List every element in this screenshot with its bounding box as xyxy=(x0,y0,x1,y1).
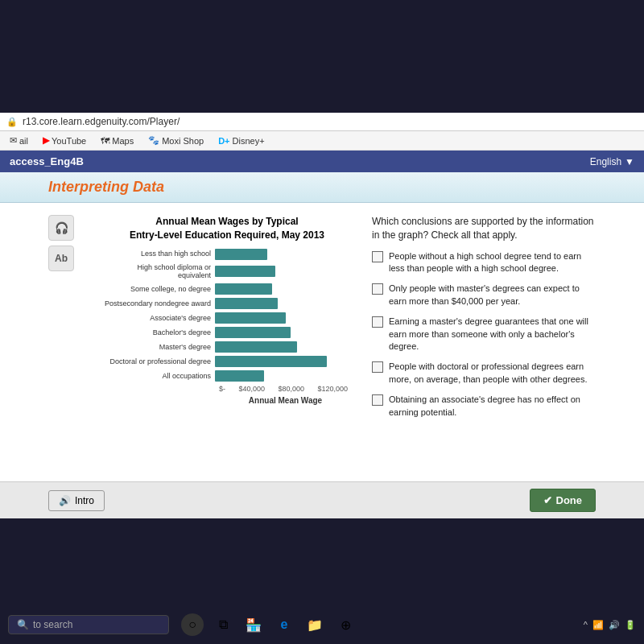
bar-fill-1 xyxy=(215,266,275,277)
checkmark-icon: ✔ xyxy=(543,494,552,506)
bar-fill-3 xyxy=(215,298,278,309)
checkbox-b[interactable] xyxy=(372,283,383,295)
circle-icon: ○ xyxy=(188,617,196,632)
bar-label-0: Less than high school xyxy=(102,250,215,258)
app-title: access_Eng4B xyxy=(10,155,84,167)
network-icon: 📶 xyxy=(592,620,604,630)
address-bar: 🔒 r13.core.learn.edgenuity.com/Player/ xyxy=(0,113,644,131)
bar-fill-8 xyxy=(215,370,264,382)
intro-button-label: Intro xyxy=(75,495,94,506)
volume-icon: 🔊 xyxy=(609,620,620,630)
bar-fill-2 xyxy=(215,283,272,295)
bottom-bar: 🔊 Intro ✔ Done xyxy=(0,481,644,518)
bar-track-6 xyxy=(215,341,352,353)
checkbox-a[interactable] xyxy=(372,251,383,262)
language-selector[interactable]: English ▼ xyxy=(590,156,634,167)
main-content: Interpreting Data 🎧 Ab Annual Mean Wages… xyxy=(0,172,644,518)
folder-icon: 📁 xyxy=(307,617,323,633)
bar-row-7: Doctoral or professional degree xyxy=(102,356,352,367)
bookmark-disney[interactable]: D+ Disney+ xyxy=(215,134,267,147)
choice-a-text: People without a high school degree tend… xyxy=(389,250,596,275)
bar-track-8 xyxy=(215,370,352,382)
bar-row-6: Master's degree xyxy=(102,341,352,353)
chevron-down-icon: ▼ xyxy=(625,156,634,167)
disney-icon: D+ xyxy=(218,136,229,146)
bar-row-1: High school diploma or equivalent xyxy=(102,263,352,281)
speaker-icon: 🔊 xyxy=(59,495,71,506)
bookmark-mail-label: ail xyxy=(19,136,28,146)
top-dark-overlay xyxy=(0,0,644,113)
moxishop-icon: 🐾 xyxy=(148,135,159,146)
choice-d: People with doctoral or professional deg… xyxy=(372,361,596,386)
chrome-icon: ⊕ xyxy=(341,617,351,633)
taskview-icon: ⧉ xyxy=(219,617,228,632)
chart-title-line1: Annual Mean Wages by Typical xyxy=(155,216,298,227)
youtube-icon: ▶ xyxy=(43,135,49,146)
bookmark-maps[interactable]: 🗺 Maps xyxy=(97,134,137,147)
bookmark-youtube[interactable]: ▶ YouTube xyxy=(39,134,89,147)
bar-row-0: Less than high school xyxy=(102,249,352,260)
edge-icon: e xyxy=(281,617,288,632)
taskbar-windows-store[interactable]: 🏪 xyxy=(242,613,265,636)
content-area: 🎧 Ab Annual Mean Wages by Typical Entry-… xyxy=(0,203,644,481)
question-prompt: Which conclusions are supported by the i… xyxy=(372,215,596,242)
bar-label-4: Associate's degree xyxy=(102,314,215,323)
checkbox-e[interactable] xyxy=(372,394,383,406)
bookmark-mail[interactable]: ✉ ail xyxy=(6,134,31,147)
x-label-0: $- xyxy=(219,385,225,393)
maps-icon: 🗺 xyxy=(101,136,109,146)
checkbox-c[interactable] xyxy=(372,316,383,328)
done-button-label: Done xyxy=(556,494,583,506)
bar-fill-0 xyxy=(215,249,267,260)
bookmark-moxishop[interactable]: 🐾 Moxi Shop xyxy=(145,134,207,147)
browser-content: 🔒 r13.core.learn.edgenuity.com/Player/ ✉… xyxy=(0,113,644,605)
system-icons: ^ 📶 🔊 🔋 xyxy=(584,620,636,630)
intro-button[interactable]: 🔊 Intro xyxy=(48,490,105,511)
text-icon-btn[interactable]: Ab xyxy=(48,246,74,271)
bar-label-5: Bachelor's degree xyxy=(102,328,215,337)
choice-b-text: Only people with master's degrees can ex… xyxy=(389,283,596,308)
bar-track-4 xyxy=(215,312,352,324)
bookmark-youtube-label: YouTube xyxy=(52,136,86,146)
bar-label-8: All occupations xyxy=(102,372,215,381)
chart-title: Annual Mean Wages by Typical Entry-Level… xyxy=(102,215,352,242)
bar-track-0 xyxy=(215,249,352,260)
section-header: Interpreting Data xyxy=(0,172,644,203)
taskbar-task-view[interactable]: ⧉ xyxy=(212,613,234,636)
bar-row-5: Bachelor's degree xyxy=(102,327,352,338)
x-axis-label: Annual Mean Wage xyxy=(219,396,352,405)
battery-icon: 🔋 xyxy=(625,620,636,630)
x-label-2: $80,000 xyxy=(278,385,304,393)
choice-e-text: Obtaining an associate's degree has no e… xyxy=(389,394,596,419)
done-button[interactable]: ✔ Done xyxy=(530,489,597,512)
taskbar-chrome[interactable]: ⊕ xyxy=(334,613,357,636)
checkbox-d[interactable] xyxy=(372,361,383,373)
sidebar-icons: 🎧 Ab xyxy=(48,215,74,473)
search-bar[interactable]: 🔍 to search xyxy=(8,615,169,634)
bar-track-5 xyxy=(215,327,352,338)
bar-fill-4 xyxy=(215,312,286,324)
choice-b: Only people with master's degrees can ex… xyxy=(372,283,596,308)
taskbar-icons: ○ ⧉ 🏪 e 📁 ⊕ xyxy=(181,613,357,636)
questions-area: Which conclusions are supported by the i… xyxy=(372,211,596,473)
bar-row-8: All occupations xyxy=(102,370,352,382)
x-label-3: $120,000 xyxy=(317,385,348,393)
choice-c: Earning a master's degree guarantees tha… xyxy=(372,316,596,353)
chart-title-line2: Entry-Level Education Required, May 2013 xyxy=(130,229,324,241)
bar-label-1: High school diploma or equivalent xyxy=(102,263,215,281)
bar-row-2: Some college, no degree xyxy=(102,283,352,295)
bar-label-7: Doctoral or professional degree xyxy=(102,357,215,366)
page-wrapper: 🔒 r13.core.learn.edgenuity.com/Player/ ✉… xyxy=(0,0,644,644)
taskbar-file-explorer[interactable]: 📁 xyxy=(303,613,326,636)
headphone-icon-btn[interactable]: 🎧 xyxy=(48,215,74,241)
language-label: English xyxy=(590,156,621,167)
taskbar-cortana[interactable]: ○ xyxy=(181,613,204,636)
taskbar-edge[interactable]: e xyxy=(273,613,295,636)
bar-chart: Less than high school High school diplom… xyxy=(102,249,352,406)
bar-label-6: Master's degree xyxy=(102,343,215,352)
bar-fill-5 xyxy=(215,327,291,338)
search-placeholder: to search xyxy=(33,619,72,630)
bar-track-7 xyxy=(215,356,352,367)
choice-e: Obtaining an associate's degree has no e… xyxy=(372,394,596,419)
bar-label-3: Postsecondary nondegree award xyxy=(102,299,215,308)
